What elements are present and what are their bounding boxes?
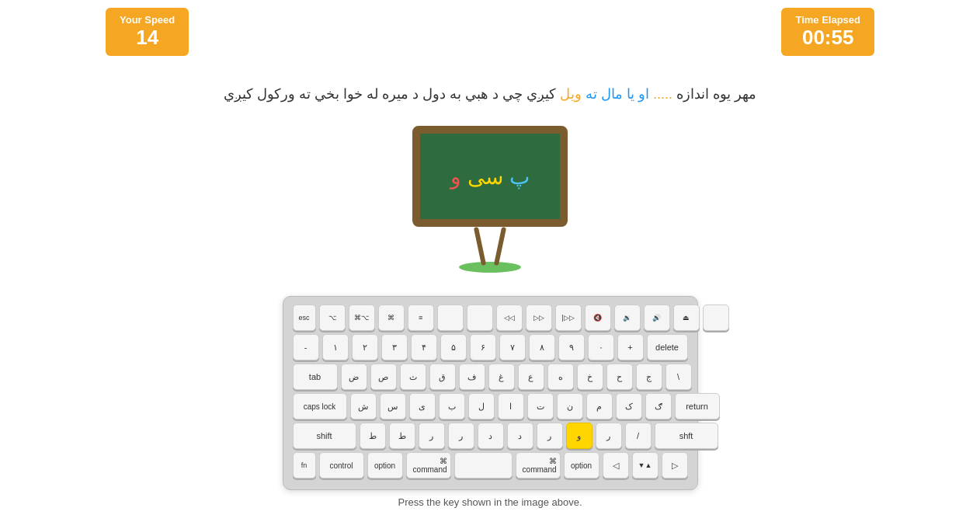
- key-ra4[interactable]: ر: [596, 423, 622, 449]
- key-ha2[interactable]: ح: [606, 364, 633, 390]
- key-7[interactable]: ۷: [499, 334, 526, 360]
- keyboard-row-mid-alpha: caps lock ش س ی ب ل ا ت ن م ک ګ return: [293, 393, 688, 419]
- key-backslash[interactable]: \: [665, 364, 692, 390]
- key-gaf[interactable]: ګ: [645, 393, 672, 419]
- key-3[interactable]: ۳: [381, 334, 408, 360]
- keyboard-row-numbers: - ۱ ۲ ۳ ۴ ۵ ۶ ۷ ۸ ۹ ۰ + delete: [293, 334, 688, 360]
- key-caps[interactable]: caps lock: [293, 393, 347, 419]
- keyboard-row-fn: esc ⌥ ⌥⌘ ⌘ ≡ ◁◁ ▷▷ ▷▷| 🔇 🔉 🔊 ⏏: [293, 304, 688, 331]
- key-ain[interactable]: ع: [518, 364, 544, 390]
- key-control[interactable]: control: [319, 452, 364, 478]
- word-maal: مال: [597, 86, 623, 102]
- key-right[interactable]: ▷: [662, 452, 688, 478]
- key-f12[interactable]: 🔊: [644, 304, 670, 331]
- word-ta2: ته: [295, 86, 311, 102]
- word-warkawul: ورکول: [253, 86, 295, 102]
- key-space[interactable]: [454, 452, 513, 478]
- key-f11[interactable]: 🔉: [614, 304, 641, 331]
- key-shift-left[interactable]: shift: [293, 423, 356, 449]
- key-tab[interactable]: tab: [293, 364, 338, 390]
- key-qaf[interactable]: ق: [429, 364, 456, 390]
- word-la: له: [363, 86, 378, 102]
- key-lam[interactable]: ل: [468, 393, 495, 419]
- time-badge: Time Elapsed 00:55: [781, 8, 874, 56]
- key-ghain[interactable]: غ: [488, 364, 515, 390]
- key-f4[interactable]: ≡: [408, 304, 434, 331]
- key-mim[interactable]: م: [586, 393, 613, 419]
- chalk-letter-p: پ: [509, 165, 530, 189]
- key-command-right[interactable]: ⌘ command: [516, 452, 561, 478]
- key-2[interactable]: ۲: [352, 334, 378, 360]
- key-ba[interactable]: ب: [439, 393, 465, 419]
- easel-legs: [412, 227, 568, 266]
- key-dal1[interactable]: د: [478, 423, 504, 449]
- key-waw-highlighted[interactable]: و: [566, 423, 593, 449]
- keyboard-row-bot-alpha: shift ط ط ر ر د د ر و ر / shft: [293, 423, 688, 449]
- key-ra1[interactable]: ر: [419, 423, 445, 449]
- key-nun[interactable]: ن: [557, 393, 583, 419]
- key-fa[interactable]: ف: [459, 364, 485, 390]
- key-slash[interactable]: /: [625, 423, 652, 449]
- speed-label: Your Speed: [120, 14, 175, 26]
- key-kaf[interactable]: ک: [616, 393, 642, 419]
- keyboard-hint: Press the key shown in the image above.: [398, 496, 582, 508]
- key-ra2[interactable]: ر: [448, 423, 474, 449]
- key-minus[interactable]: -: [293, 334, 319, 360]
- key-f1[interactable]: ⌥: [319, 304, 346, 331]
- key-up-down[interactable]: ▲▼: [632, 452, 659, 478]
- key-command-left[interactable]: ⌘ command: [406, 452, 451, 478]
- key-6[interactable]: ۶: [470, 334, 496, 360]
- key-option-left[interactable]: option: [367, 452, 403, 478]
- word-ba: به: [446, 86, 461, 102]
- word-3: اندازه: [672, 86, 709, 102]
- key-shin[interactable]: ش: [350, 393, 377, 419]
- key-ha[interactable]: ه: [547, 364, 574, 390]
- key-1[interactable]: ۱: [322, 334, 349, 360]
- key-taa2[interactable]: ط: [389, 423, 415, 449]
- keyboard-row-top-alpha: tab ض ص ث ق ف غ ع ه خ ح ج \: [293, 364, 688, 390]
- keyboard-section: esc ⌥ ⌥⌘ ⌘ ≡ ◁◁ ▷▷ ▷▷| 🔇 🔉 🔊 ⏏ - ۱ ۲ ۳ ۴…: [0, 296, 980, 508]
- key-f7[interactable]: ◁◁: [496, 304, 523, 331]
- key-4[interactable]: ۴: [411, 334, 437, 360]
- key-f13[interactable]: ⏏: [673, 304, 700, 331]
- key-f5[interactable]: [437, 304, 464, 331]
- key-sad[interactable]: ص: [370, 364, 397, 390]
- key-f9[interactable]: ▷▷|: [555, 304, 582, 331]
- key-dal2[interactable]: د: [507, 423, 533, 449]
- word-ta: ته: [582, 86, 597, 102]
- key-f3[interactable]: ⌘: [378, 304, 405, 331]
- key-option-right[interactable]: option: [564, 452, 599, 478]
- key-fn[interactable]: fn: [293, 452, 316, 478]
- key-ta[interactable]: ت: [527, 393, 554, 419]
- key-0[interactable]: ۰: [588, 334, 614, 360]
- key-f8[interactable]: ▷▷: [526, 304, 552, 331]
- word-kigi: کیږي: [224, 86, 253, 102]
- key-kha[interactable]: خ: [577, 364, 603, 390]
- key-ra3[interactable]: ر: [537, 423, 563, 449]
- key-alef[interactable]: ا: [498, 393, 524, 419]
- key-ya[interactable]: ی: [409, 393, 436, 419]
- key-5[interactable]: ۵: [440, 334, 467, 360]
- key-f2[interactable]: ⌥⌘: [349, 304, 375, 331]
- key-left[interactable]: ◁: [603, 452, 629, 478]
- typing-sentence: مهر یوه اندازه ..... او یا مال ته ویل کی…: [0, 85, 980, 103]
- key-plus[interactable]: +: [617, 334, 644, 360]
- keyboard: esc ⌥ ⌥⌘ ⌘ ≡ ◁◁ ▷▷ ▷▷| 🔇 🔉 🔊 ⏏ - ۱ ۲ ۳ ۴…: [283, 296, 698, 490]
- key-f10[interactable]: 🔇: [585, 304, 611, 331]
- key-esc[interactable]: esc: [293, 304, 316, 331]
- key-f14[interactable]: [703, 304, 729, 331]
- key-delete[interactable]: delete: [647, 334, 688, 360]
- key-shift-right[interactable]: shft: [655, 423, 718, 449]
- key-sin[interactable]: س: [380, 393, 406, 419]
- word-bakhi: بخي: [311, 86, 339, 102]
- key-f6[interactable]: [467, 304, 493, 331]
- key-tha[interactable]: ث: [400, 364, 426, 390]
- word-1: مهر: [731, 86, 756, 102]
- key-9[interactable]: ۹: [558, 334, 585, 360]
- key-taa[interactable]: ط: [360, 423, 386, 449]
- key-dad[interactable]: ض: [341, 364, 367, 390]
- word-ya: یا: [623, 86, 634, 102]
- key-jim[interactable]: ج: [636, 364, 662, 390]
- key-8[interactable]: ۸: [529, 334, 555, 360]
- key-return[interactable]: return: [675, 393, 720, 419]
